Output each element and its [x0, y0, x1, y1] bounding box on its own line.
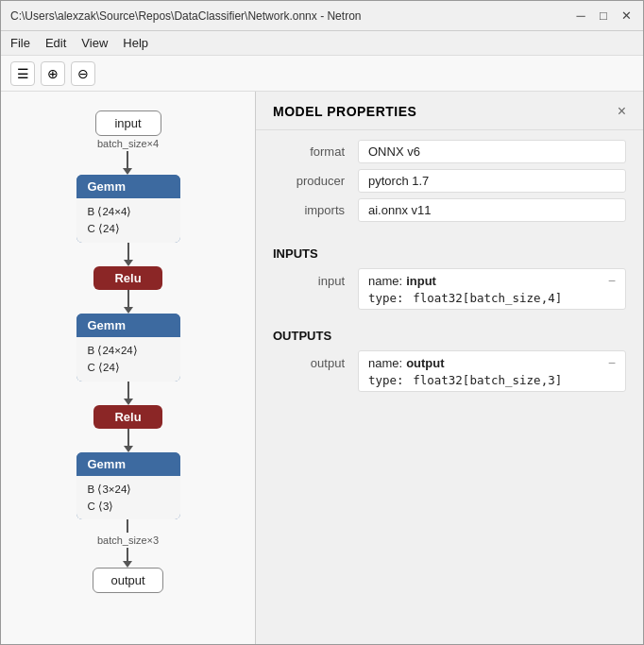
- prop-row-format: format ONNX v6: [273, 140, 626, 163]
- output-type-label: type:: [368, 373, 404, 387]
- input-type-line: type: float32[batch_size,4]: [368, 291, 616, 305]
- producer-label: producer: [273, 174, 358, 188]
- minimize-button[interactable]: ─: [573, 8, 588, 24]
- output-name-value: output: [406, 356, 444, 370]
- input-name-label: name:: [368, 274, 402, 288]
- gemm2-C: C ⟨24⟩: [88, 359, 169, 376]
- list-button[interactable]: ☰: [10, 61, 35, 86]
- node-gemm-1[interactable]: Gemm B ⟨24×4⟩ C ⟨24⟩: [76, 175, 180, 243]
- arrow-head-5: [124, 446, 133, 452]
- graph-container: input batch_size×4 Gemm B ⟨24×4⟩ C ⟨24⟩: [76, 110, 180, 593]
- zoom-in-button[interactable]: ⊕: [41, 61, 65, 86]
- arrow-line-5: [127, 429, 129, 446]
- menu-view[interactable]: View: [81, 36, 108, 50]
- inputs-section-title: INPUTS: [256, 237, 643, 268]
- panel-header: MODEL PROPERTIES ×: [256, 92, 643, 130]
- input-dash: −: [608, 273, 616, 288]
- arrow-head-3: [124, 307, 133, 314]
- arrow-head-1: [123, 168, 132, 175]
- zoom-in-icon: ⊕: [47, 66, 59, 81]
- output-dash: −: [608, 355, 616, 370]
- prop-row-producer: producer pytorch 1.7: [273, 169, 626, 193]
- gemm1-C: C ⟨24⟩: [88, 220, 169, 237]
- arrow-line-6: [127, 519, 128, 533]
- menu-bar: File Edit View Help: [1, 31, 643, 56]
- input-name-value-box: name: input − type: float32[batch_size,4…: [358, 268, 626, 310]
- menu-edit[interactable]: Edit: [45, 36, 66, 50]
- conn1-label: batch_size×4: [97, 138, 159, 149]
- gemm2-B: B ⟨24×24⟩: [88, 342, 169, 359]
- format-value: ONNX v6: [358, 140, 626, 163]
- gemm3-B: B ⟨3×24⟩: [88, 481, 169, 498]
- node-relu-2[interactable]: Relu: [93, 405, 161, 429]
- connector-3: [124, 290, 133, 314]
- toolbar: ☰ ⊕ ⊖: [1, 56, 643, 92]
- arrow-line-3: [127, 290, 129, 307]
- arrow-head-2: [124, 260, 133, 266]
- output-name-label: name:: [368, 356, 402, 370]
- arrow-line-4: [127, 382, 129, 399]
- node-gemm-3[interactable]: Gemm B ⟨3×24⟩ C ⟨3⟩: [76, 452, 180, 520]
- input-label: input: [273, 274, 358, 288]
- connector-5: [124, 429, 133, 452]
- node-relu-1[interactable]: Relu: [93, 266, 161, 290]
- output-name-row: output name: output − type: float32[batc…: [273, 350, 626, 392]
- node-input[interactable]: input: [95, 110, 161, 136]
- panel-title: MODEL PROPERTIES: [273, 104, 416, 119]
- gemm3-body: B ⟨3×24⟩ C ⟨3⟩: [76, 476, 180, 520]
- output-type-value: float32[batch_size,3]: [413, 373, 562, 387]
- output-name-line: name: output −: [368, 355, 616, 370]
- input-name-value: input: [406, 274, 436, 288]
- prop-row-imports: imports ai.onnx v11: [273, 198, 626, 222]
- arrow-line-1: [127, 151, 128, 168]
- window-controls: ─ □ ✕: [573, 8, 634, 24]
- connector-1: batch_size×4: [97, 136, 159, 175]
- inputs-block: input name: input − type: float32[batch_…: [273, 268, 626, 310]
- imports-label: imports: [273, 203, 358, 217]
- connector-6: batch_size×3: [97, 519, 159, 568]
- node-gemm-2[interactable]: Gemm B ⟨24×24⟩ C ⟨24⟩: [76, 314, 180, 382]
- input-name-row: input name: input − type: float32[batch_…: [273, 268, 626, 310]
- outputs-section-title: OUTPUTS: [256, 319, 643, 350]
- gemm2-header: Gemm: [76, 314, 180, 337]
- input-type-label: type:: [368, 291, 404, 305]
- conn-last-label: batch_size×3: [97, 535, 159, 546]
- producer-value: pytorch 1.7: [358, 169, 626, 193]
- close-button[interactable]: ✕: [619, 8, 634, 24]
- arrow-head-6: [123, 561, 132, 568]
- maximize-button[interactable]: □: [596, 8, 611, 24]
- zoom-out-button[interactable]: ⊖: [71, 61, 95, 86]
- output-type-line: type: float32[batch_size,3]: [368, 373, 616, 387]
- title-bar: C:\Users\alexzak\Source\Repos\DataClassi…: [1, 1, 643, 31]
- input-name-line: name: input −: [368, 273, 616, 288]
- menu-file[interactable]: File: [10, 36, 30, 50]
- output-name-value-box: name: output − type: float32[batch_size,…: [358, 350, 626, 392]
- list-icon: ☰: [17, 66, 29, 81]
- arrow-line-6b: [127, 548, 128, 561]
- node-output[interactable]: output: [93, 568, 162, 593]
- arrow-head-4: [124, 399, 133, 405]
- menu-help[interactable]: Help: [123, 36, 148, 50]
- format-label: format: [273, 144, 358, 159]
- input-type-value: float32[batch_size,4]: [413, 291, 562, 305]
- gemm1-B: B ⟨24×4⟩: [88, 203, 169, 220]
- gemm2-body: B ⟨24×24⟩ C ⟨24⟩: [76, 337, 180, 382]
- connector-4: [124, 382, 133, 405]
- zoom-out-icon: ⊖: [77, 66, 89, 81]
- gemm3-C: C ⟨3⟩: [88, 498, 169, 515]
- gemm1-body: B ⟨24×4⟩ C ⟨24⟩: [76, 198, 180, 243]
- connector-2: [124, 243, 133, 266]
- outputs-block: output name: output − type: float32[batc…: [273, 350, 626, 392]
- prop-section-meta: format ONNX v6 producer pytorch 1.7 impo…: [256, 130, 643, 237]
- graph-area[interactable]: input batch_size×4 Gemm B ⟨24×4⟩ C ⟨24⟩: [1, 92, 256, 644]
- panel-close-button[interactable]: ×: [618, 103, 626, 120]
- main-content: input batch_size×4 Gemm B ⟨24×4⟩ C ⟨24⟩: [1, 92, 643, 644]
- output-label: output: [273, 356, 358, 370]
- gemm3-header: Gemm: [76, 452, 180, 476]
- arrow-line-2: [127, 243, 129, 260]
- gemm1-header: Gemm: [76, 175, 180, 198]
- window-title: C:\Users\alexzak\Source\Repos\DataClassi…: [10, 9, 361, 23]
- imports-value: ai.onnx v11: [358, 198, 626, 222]
- properties-panel: MODEL PROPERTIES × format ONNX v6 produc…: [256, 92, 643, 644]
